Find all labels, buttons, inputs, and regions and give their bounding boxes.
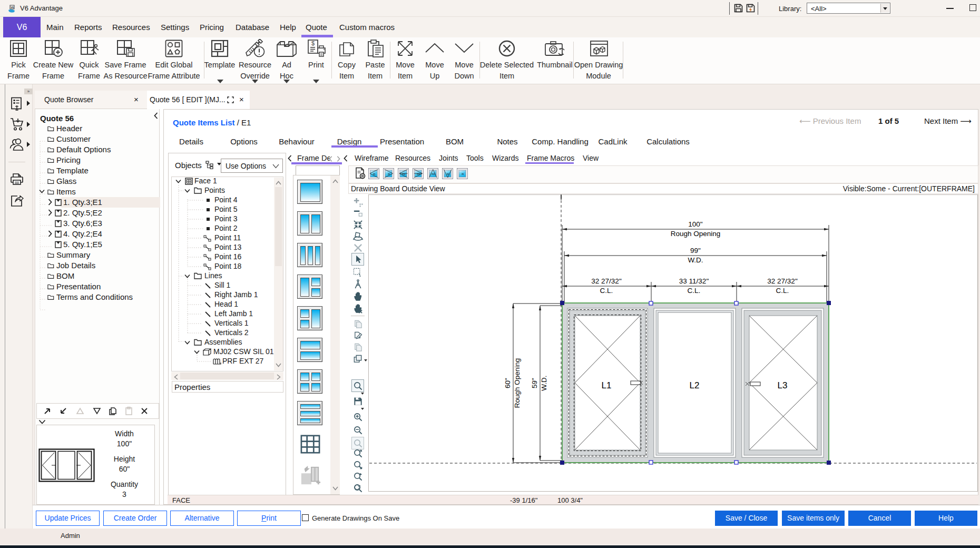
svg-text:W.D.: W.D.: [540, 375, 548, 390]
svg-text:32 27/32": 32 27/32": [767, 277, 798, 285]
svg-text:FI: FI: [388, 173, 390, 175]
svg-text:$: $: [311, 40, 315, 46]
svg-text:FI: FI: [462, 173, 464, 175]
svg-text:Rough Opening: Rough Opening: [671, 230, 721, 238]
svg-text:L2: L2: [690, 380, 700, 390]
svg-text:FO: FO: [432, 173, 435, 175]
svg-text:60": 60": [504, 378, 512, 388]
svg-text:99": 99": [690, 247, 701, 255]
svg-text:C.L.: C.L.: [688, 287, 701, 295]
svg-text:FO: FO: [402, 173, 406, 175]
svg-text:V6: V6: [11, 6, 14, 9]
svg-text:W.D.: W.D.: [688, 256, 703, 264]
svg-text:Rough Opening: Rough Opening: [513, 358, 521, 408]
svg-text:C.L.: C.L.: [600, 287, 613, 295]
svg-text:L1: L1: [602, 380, 612, 390]
svg-text:32 27/32": 32 27/32": [591, 277, 622, 285]
svg-text:FO: FO: [417, 173, 420, 175]
svg-text:FI: FI: [447, 173, 449, 175]
svg-text:L3: L3: [778, 380, 788, 390]
svg-text:33 11/32": 33 11/32": [679, 277, 709, 285]
svg-text:C.L.: C.L.: [776, 287, 789, 295]
svg-text:100": 100": [688, 220, 703, 228]
svg-text:FI: FI: [373, 173, 375, 175]
svg-text:59": 59": [531, 378, 538, 388]
